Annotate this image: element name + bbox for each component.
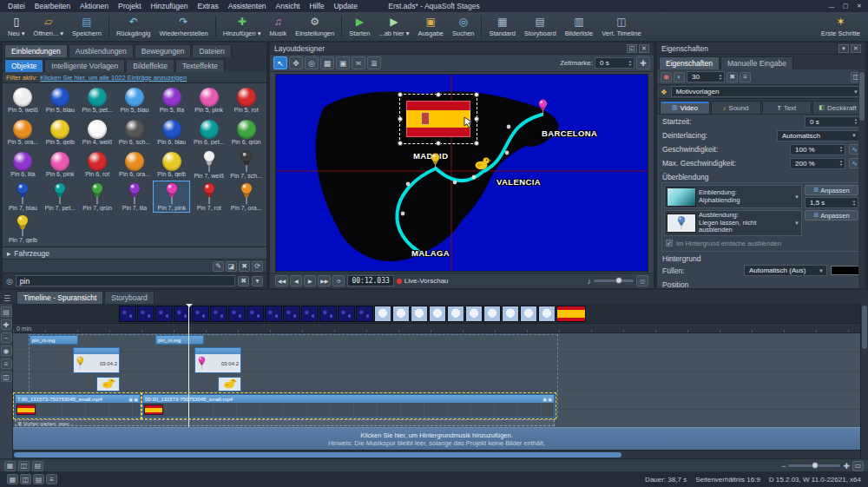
timeline-tracks[interactable]: pin_m.mgpin_m.mg03:04.203:04.27,60_13157… (13, 333, 860, 427)
maximize-icon[interactable]: ▢ (840, 2, 851, 10)
map-canvas[interactable]: MADRIDBARCELONAVALENCIAMALAGA (276, 75, 648, 271)
pin-item[interactable]: Pin 7, pet... (42, 181, 79, 213)
tab-storyboard[interactable]: Storyboard (104, 291, 155, 304)
pin-item[interactable]: Pin 6, rot (79, 148, 116, 181)
selection-handle[interactable] (398, 141, 403, 146)
menu-item-ansicht[interactable]: Ansicht (272, 2, 305, 10)
filmstrip-thumbnail-dark[interactable] (265, 306, 282, 322)
first-steps-button[interactable]: ✶ Erste Schritte (817, 13, 865, 40)
filmstrip-thumbnail-map[interactable] (392, 306, 410, 322)
toolbar-music[interactable]: ♫Musik (266, 13, 292, 40)
toolbar-redo[interactable]: ↷Wiederherstellen (155, 13, 212, 40)
selection-handle[interactable] (398, 116, 403, 122)
filmstrip-thumbnail-dark[interactable] (301, 306, 319, 322)
pin-item[interactable]: Pin 5, blau (42, 84, 79, 116)
menu-item-hilfe[interactable]: Hilfe (305, 2, 328, 10)
pin-item[interactable]: Pin 7, blau (4, 181, 42, 213)
preview-zoom-slider[interactable] (594, 280, 634, 282)
clip[interactable]: pin_m.mg (155, 335, 204, 345)
clip-video[interactable]: 00:30_131573-750753045_small.mp4▣ ▣ (142, 394, 555, 418)
city-label[interactable]: MALAGA (411, 248, 450, 258)
search-options-icon[interactable]: ▾ (252, 276, 263, 286)
timeline-vscrollbar[interactable] (860, 304, 868, 458)
tab-manuelle-eingabe[interactable]: Manuelle Eingabe (720, 56, 793, 69)
fit-view-icon[interactable]: ◫ (636, 275, 648, 286)
clip[interactable]: 03:04.2 (73, 347, 120, 373)
timemark-spinner[interactable]: 0 s ▲▼ (595, 57, 635, 69)
selection-handle[interactable] (436, 141, 441, 146)
filmstrip-thumbnail-dark[interactable] (283, 306, 300, 322)
timemark-add-icon[interactable]: ✚ (636, 56, 650, 69)
selection-handle[interactable] (474, 116, 479, 122)
duck-icon[interactable] (474, 156, 491, 172)
remove-track-icon[interactable]: − (1, 332, 12, 343)
zoom-in-icon[interactable]: ✚ (843, 462, 850, 471)
timeline-zoom-slider[interactable] (788, 464, 840, 467)
pin-item[interactable]: Pin 5, ora... (4, 116, 42, 148)
toolbar-open[interactable]: ▱Öffnen... ▾ (30, 13, 68, 40)
pin-item[interactable]: Pin 7, grün (79, 181, 116, 213)
filmstrip-thumbnail-dark[interactable] (137, 306, 155, 322)
ausblendung-anpassen-button[interactable]: ⊞ Anpassen (805, 210, 858, 220)
pin-item[interactable]: Pin 5, weiß (4, 84, 42, 116)
pin-item[interactable]: Pin 7, weiß (190, 148, 227, 181)
refresh-icon[interactable]: ⟳ (252, 261, 263, 272)
track-options-icon[interactable]: ▤ (1, 306, 12, 317)
zoom-grid-icon[interactable]: ▦ (4, 461, 16, 471)
city-label[interactable]: BARCELONA (542, 128, 597, 138)
filmstrip-thumbnail-dark[interactable] (319, 306, 337, 322)
einblendung-duration-spinner[interactable]: 1,5 s ▲▼ (805, 197, 858, 208)
music-hint[interactable]: Klicken Sie hier, um Hintergrundmusik hi… (13, 427, 860, 450)
filmstrip-thumbnail-map[interactable] (520, 306, 537, 322)
magnet-tool-icon[interactable]: ≍ (352, 56, 365, 69)
hand-tool-icon[interactable]: ✥ (289, 56, 303, 69)
tab-timeline-spuransicht[interactable]: Timeline - Spuransicht (16, 291, 103, 304)
clip-note[interactable]: ≣ Vorher partien, sper... (15, 419, 555, 426)
live-preview[interactable]: Live-Vorschau (397, 277, 449, 285)
clear-search-icon[interactable]: ✖ (238, 276, 249, 286)
subtab-video[interactable]: ▥Video (660, 101, 710, 114)
close-icon[interactable]: ✕ (854, 2, 865, 10)
keyframe-icon[interactable]: ◉ (661, 72, 672, 82)
toolbar-play[interactable]: ▶Starten (345, 13, 374, 40)
statusbar-menu-icon[interactable]: ≡ (46, 474, 57, 484)
timeline-menu-icon[interactable]: ☰ (3, 294, 16, 303)
view-icon[interactable]: ◪ (226, 261, 237, 272)
filmstrip-thumbnail-dark[interactable] (338, 306, 355, 322)
close-properties-icon[interactable]: ✕ (851, 44, 861, 53)
filter-link[interactable]: Klicken Sie hier, um alle 1022 Einträge … (40, 74, 187, 82)
background-fade-checkbox[interactable]: ✔ (666, 240, 673, 247)
zoom-out-icon[interactable]: − (781, 462, 786, 471)
filmstrip-thumbnail-dark[interactable] (155, 306, 173, 322)
step-back-icon[interactable]: ◀ (290, 275, 302, 286)
clip-video[interactable]: 7,60_131573-750753045_small.mp4▣ ▣ (15, 394, 141, 418)
visibility-icon[interactable]: ◐ (674, 72, 685, 82)
subtab-deckkraft[interactable]: ◧Deckkraft (812, 101, 863, 114)
tab-dateien[interactable]: Dateien (192, 44, 231, 57)
options-icon[interactable]: ≡ (740, 72, 751, 82)
pin-item[interactable]: Pin 5, gelb (42, 116, 79, 148)
filmstrip-thumbnail-map[interactable] (429, 306, 446, 322)
pin-item[interactable]: Pin 7, ora... (227, 181, 265, 213)
pin-item[interactable]: Pin 6, grün (227, 116, 265, 148)
subtab-sound[interactable]: ♪Sound (711, 101, 761, 114)
pin-item[interactable]: Pin 6, sch... (116, 116, 154, 148)
pin-item[interactable]: Pin 7, sch... (227, 148, 265, 181)
toolbar-undo[interactable]: ↶Rückgängig (112, 13, 155, 40)
menu-item-aktionen[interactable]: Aktionen (76, 2, 113, 10)
skip-start-icon[interactable]: ◀◀ (275, 275, 288, 286)
statusbar-rows-icon[interactable]: ▤ (33, 474, 44, 484)
clip[interactable] (96, 377, 120, 392)
filmstrip-thumbnail-dark[interactable] (356, 306, 373, 322)
deinterlacing-dropdown[interactable]: Automatisch ▼ (777, 130, 860, 141)
layers-tool-icon[interactable]: ≣ (367, 56, 381, 69)
pin-item[interactable]: Pin 7, pink (153, 181, 190, 213)
toolbar-new-file[interactable]: ▯Neu ▾ (3, 13, 30, 40)
toolbar-output[interactable]: ▣Ausgabe (413, 13, 448, 40)
grid-tool-icon[interactable]: ▦ (320, 56, 334, 69)
undock-icon[interactable]: ◱ (627, 44, 637, 53)
city-label[interactable]: VALENCIA (496, 177, 541, 187)
filmstrip-thumbnail-flag[interactable] (556, 306, 586, 322)
pin-item[interactable]: Pin 4, weiß (79, 116, 116, 148)
loop-icon[interactable]: ⟳ (332, 275, 345, 286)
